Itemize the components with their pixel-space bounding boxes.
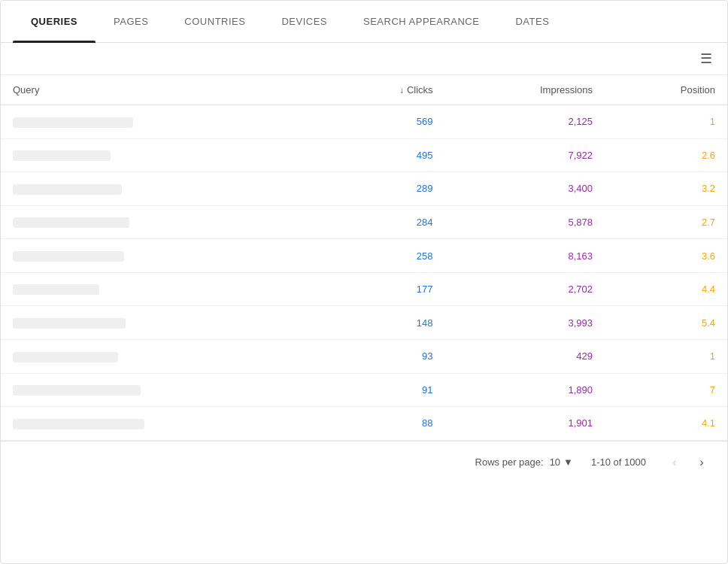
table-row: 4957,9222.6 <box>1 138 727 172</box>
col-header-position[interactable]: Position <box>605 75 727 105</box>
col-header-query: Query <box>1 75 325 105</box>
filter-icon[interactable]: ☰ <box>700 50 712 67</box>
cell-clicks: 148 <box>325 306 445 340</box>
prev-page-button[interactable]: ‹ <box>664 452 685 473</box>
rows-value: 10 <box>550 456 560 468</box>
table-row: 5692,1251 <box>1 105 727 139</box>
cell-impressions: 8,163 <box>445 239 605 273</box>
tab-search-appearance[interactable]: SEARCH APPEARANCE <box>345 1 497 42</box>
tab-bar: QUERIES PAGES COUNTRIES DEVICES SEARCH A… <box>1 1 727 43</box>
tab-countries[interactable]: COUNTRIES <box>166 1 263 42</box>
table-row: 911,8907 <box>1 373 727 407</box>
table-row: 2893,4003.2 <box>1 172 727 206</box>
cell-query <box>1 306 325 340</box>
cell-clicks: 88 <box>325 407 445 441</box>
col-header-clicks[interactable]: ↓ Clicks <box>325 75 445 105</box>
cell-query <box>1 205 325 239</box>
rows-dropdown-icon: ▼ <box>563 456 573 468</box>
pagination-bar: Rows per page: 10 ▼ 1-10 of 1000 ‹ › <box>1 441 727 484</box>
table-row: 1483,9935.4 <box>1 306 727 340</box>
sort-down-icon: ↓ <box>399 85 404 96</box>
cell-position: 1 <box>605 339 727 373</box>
cell-query <box>1 272 325 306</box>
cell-impressions: 3,400 <box>445 172 605 206</box>
cell-position: 4.4 <box>605 272 727 306</box>
col-header-impressions[interactable]: Impressions <box>445 75 605 105</box>
cell-query <box>1 339 325 373</box>
tab-devices[interactable]: DEVICES <box>263 1 345 42</box>
table-row: 881,9014.1 <box>1 407 727 441</box>
cell-impressions: 2,125 <box>445 105 605 139</box>
toolbar: ☰ <box>1 43 727 75</box>
cell-impressions: 1,890 <box>445 373 605 407</box>
cell-clicks: 93 <box>325 339 445 373</box>
next-page-button[interactable]: › <box>691 452 712 473</box>
clicks-label: Clicks <box>407 84 433 96</box>
cell-clicks: 258 <box>325 239 445 273</box>
cell-position: 1 <box>605 105 727 139</box>
table-row: 2845,8782.7 <box>1 205 727 239</box>
cell-impressions: 429 <box>445 339 605 373</box>
table-row: 2588,1633.6 <box>1 239 727 273</box>
cell-impressions: 7,922 <box>445 138 605 172</box>
cell-position: 3.2 <box>605 172 727 206</box>
cell-query <box>1 138 325 172</box>
rows-per-page: Rows per page: 10 ▼ <box>475 456 573 468</box>
cell-clicks: 91 <box>325 373 445 407</box>
cell-position: 3.6 <box>605 239 727 273</box>
cell-query <box>1 239 325 273</box>
pagination-range: 1-10 of 1000 <box>591 456 646 468</box>
cell-position: 5.4 <box>605 306 727 340</box>
pagination-navigation: ‹ › <box>664 452 712 473</box>
cell-position: 2.7 <box>605 205 727 239</box>
cell-query <box>1 373 325 407</box>
data-table: Query ↓ Clicks Impressions Position 5692… <box>1 75 727 441</box>
cell-impressions: 5,878 <box>445 205 605 239</box>
table-row: 934291 <box>1 339 727 373</box>
cell-clicks: 177 <box>325 272 445 306</box>
cell-query <box>1 172 325 206</box>
cell-query <box>1 105 325 139</box>
tab-pages[interactable]: PAGES <box>96 1 166 42</box>
main-container: QUERIES PAGES COUNTRIES DEVICES SEARCH A… <box>0 0 728 564</box>
cell-query <box>1 407 325 441</box>
cell-clicks: 495 <box>325 138 445 172</box>
table-row: 1772,7024.4 <box>1 272 727 306</box>
cell-impressions: 1,901 <box>445 407 605 441</box>
rows-select[interactable]: 10 ▼ <box>550 456 573 468</box>
cell-impressions: 3,993 <box>445 306 605 340</box>
cell-clicks: 284 <box>325 205 445 239</box>
tab-queries[interactable]: QUERIES <box>13 1 96 42</box>
rows-per-page-label: Rows per page: <box>475 456 544 468</box>
table-header-row: Query ↓ Clicks Impressions Position <box>1 75 727 105</box>
tab-dates[interactable]: DATES <box>497 1 567 42</box>
cell-impressions: 2,702 <box>445 272 605 306</box>
cell-position: 4.1 <box>605 407 727 441</box>
cell-position: 2.6 <box>605 138 727 172</box>
cell-clicks: 569 <box>325 105 445 139</box>
cell-position: 7 <box>605 373 727 407</box>
cell-clicks: 289 <box>325 172 445 206</box>
